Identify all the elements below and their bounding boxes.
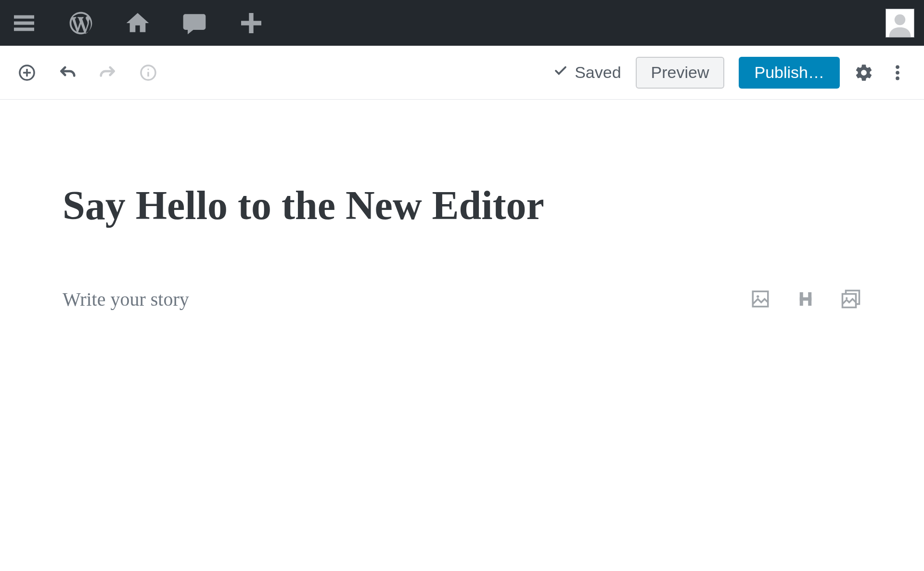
saved-indicator: Saved — [553, 63, 621, 82]
svg-point-5 — [895, 14, 906, 25]
story-row: Write your story — [63, 288, 861, 311]
info-button[interactable] — [138, 63, 158, 83]
publish-button[interactable]: Publish… — [739, 57, 840, 89]
svg-rect-0 — [14, 15, 34, 18]
image-block-icon[interactable] — [750, 288, 771, 310]
svg-rect-1 — [14, 21, 34, 25]
menu-icon[interactable] — [10, 9, 38, 38]
avatar[interactable] — [886, 9, 914, 38]
toolbar-right: Saved Preview Publish… — [553, 57, 907, 89]
saved-label: Saved — [575, 63, 621, 82]
svg-rect-19 — [800, 298, 812, 301]
block-inserters — [750, 288, 861, 310]
heading-block-icon[interactable] — [795, 288, 816, 310]
editor-content: Say Hello to the New Editor Write your s… — [0, 100, 924, 311]
svg-point-12 — [896, 65, 899, 69]
home-icon[interactable] — [123, 9, 152, 38]
preview-label: Preview — [651, 63, 709, 82]
paragraph-placeholder[interactable]: Write your story — [63, 288, 189, 311]
check-icon — [553, 63, 568, 82]
gallery-block-icon[interactable] — [840, 288, 861, 310]
editor-toolbar: Saved Preview Publish… — [0, 46, 924, 100]
add-block-button[interactable] — [17, 63, 37, 83]
svg-rect-4 — [241, 21, 261, 25]
svg-point-14 — [896, 76, 899, 80]
admin-bar-left — [10, 9, 266, 38]
undo-button[interactable] — [57, 63, 77, 83]
preview-button[interactable]: Preview — [636, 57, 725, 89]
toolbar-left — [17, 63, 158, 83]
svg-point-11 — [147, 68, 149, 70]
publish-label: Publish… — [754, 63, 824, 82]
post-title[interactable]: Say Hello to the New Editor — [63, 182, 861, 230]
svg-rect-2 — [14, 27, 34, 31]
wordpress-icon[interactable] — [66, 9, 95, 38]
svg-point-13 — [896, 71, 899, 75]
svg-point-22 — [846, 297, 847, 299]
plus-icon[interactable] — [237, 9, 266, 38]
admin-bar — [0, 0, 924, 46]
svg-point-16 — [757, 295, 759, 298]
more-options-button[interactable] — [888, 63, 907, 82]
redo-button[interactable] — [98, 63, 118, 83]
settings-button[interactable] — [854, 63, 873, 82]
comment-icon[interactable] — [180, 9, 209, 38]
